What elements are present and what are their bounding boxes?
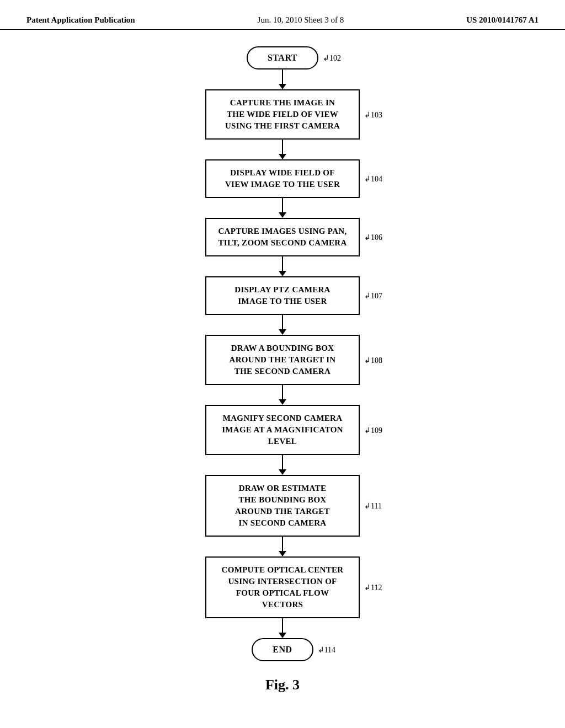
ref-111: ↲111 xyxy=(364,501,382,511)
ref-112: ↲112 xyxy=(364,583,382,592)
rect-112: COMPUTE OPTICAL CENTERUSING INTERSECTION… xyxy=(205,556,360,618)
flowchart: START ↲102 CAPTURE THE IMAGE INTHE WIDE … xyxy=(205,46,360,661)
node-111: DRAW OR ESTIMATETHE BOUNDING BOXAROUND T… xyxy=(205,475,360,537)
arrow-line-4 xyxy=(282,256,283,271)
arrow-3 xyxy=(279,198,286,218)
rect-108-text: DRAW A BOUNDING BOXAROUND THE TARGET INT… xyxy=(230,344,336,376)
arrow-8 xyxy=(279,537,286,556)
arrow-line-1 xyxy=(282,69,283,84)
ref-109: ↲109 xyxy=(364,425,382,435)
ref-106: ↲106 xyxy=(364,233,382,242)
arrow-1 xyxy=(279,69,286,89)
arrow-head-3 xyxy=(279,212,286,218)
arrow-4 xyxy=(279,256,286,276)
main-content: START ↲102 CAPTURE THE IMAGE INTHE WIDE … xyxy=(0,30,565,693)
node-104: DISPLAY WIDE FIELD OFVIEW IMAGE TO THE U… xyxy=(205,159,360,198)
header-date-sheet: Jun. 10, 2010 Sheet 3 of 8 xyxy=(258,15,344,25)
rect-104: DISPLAY WIDE FIELD OFVIEW IMAGE TO THE U… xyxy=(205,159,360,198)
rect-109-text: MAGNIFY SECOND CAMERAIMAGE AT A MAGNIFIC… xyxy=(222,414,343,446)
arrow-5 xyxy=(279,315,286,335)
rect-106-text: CAPTURE IMAGES USING PAN,TILT, ZOOM SECO… xyxy=(218,227,347,247)
arrow-line-5 xyxy=(282,315,283,329)
arrow-line-8 xyxy=(282,537,283,551)
rect-103: CAPTURE THE IMAGE INTHE WIDE FIELD OF VI… xyxy=(205,89,360,140)
arrow-head-8 xyxy=(279,551,286,556)
end-ref: ↲114 xyxy=(318,645,335,655)
arrow-2 xyxy=(279,140,286,159)
arrow-line-3 xyxy=(282,198,283,212)
page-header: Patent Application Publication Jun. 10, … xyxy=(0,0,565,30)
arrow-6 xyxy=(279,385,286,405)
arrow-head-1 xyxy=(279,84,286,89)
arrow-head-4 xyxy=(279,271,286,276)
ref-104: ↲104 xyxy=(364,174,382,184)
node-108: DRAW A BOUNDING BOXAROUND THE TARGET INT… xyxy=(205,335,360,385)
rect-112-text: COMPUTE OPTICAL CENTERUSING INTERSECTION… xyxy=(222,565,344,609)
rect-111-text: DRAW OR ESTIMATETHE BOUNDING BOXAROUND T… xyxy=(235,484,330,527)
header-patent-number: US 2010/0141767 A1 xyxy=(466,15,539,25)
node-106: CAPTURE IMAGES USING PAN,TILT, ZOOM SECO… xyxy=(205,218,360,256)
ref-108: ↲108 xyxy=(364,355,382,365)
node-109: MAGNIFY SECOND CAMERAIMAGE AT A MAGNIFIC… xyxy=(205,405,360,455)
ref-103: ↲103 xyxy=(364,110,382,119)
node-107: DISPLAY PTZ CAMERAIMAGE TO THE USER ↲107 xyxy=(205,276,360,315)
rect-107-text: DISPLAY PTZ CAMERAIMAGE TO THE USER xyxy=(234,285,330,306)
node-start: START ↲102 xyxy=(247,46,318,69)
rect-108: DRAW A BOUNDING BOXAROUND THE TARGET INT… xyxy=(205,335,360,385)
arrow-9 xyxy=(279,618,286,638)
rect-109: MAGNIFY SECOND CAMERAIMAGE AT A MAGNIFIC… xyxy=(205,405,360,455)
node-end: END ↲114 xyxy=(252,638,313,661)
fig-caption: Fig. 3 xyxy=(265,677,300,693)
arrow-7 xyxy=(279,455,286,475)
header-publication: Patent Application Publication xyxy=(26,15,135,25)
rect-103-text: CAPTURE THE IMAGE INTHE WIDE FIELD OF VI… xyxy=(225,98,340,130)
end-label: END xyxy=(273,645,292,654)
rect-106: CAPTURE IMAGES USING PAN,TILT, ZOOM SECO… xyxy=(205,218,360,256)
start-ref: ↲102 xyxy=(323,53,341,63)
end-oval: END xyxy=(252,638,313,661)
node-103: CAPTURE THE IMAGE INTHE WIDE FIELD OF VI… xyxy=(205,89,360,140)
arrow-head-6 xyxy=(279,399,286,405)
arrow-line-2 xyxy=(282,140,283,154)
arrow-head-5 xyxy=(279,329,286,335)
node-112: COMPUTE OPTICAL CENTERUSING INTERSECTION… xyxy=(205,556,360,618)
rect-104-text: DISPLAY WIDE FIELD OFVIEW IMAGE TO THE U… xyxy=(225,168,340,189)
arrow-head-7 xyxy=(279,469,286,475)
rect-107: DISPLAY PTZ CAMERAIMAGE TO THE USER xyxy=(205,276,360,315)
arrow-line-6 xyxy=(282,385,283,399)
arrow-line-7 xyxy=(282,455,283,469)
rect-111: DRAW OR ESTIMATETHE BOUNDING BOXAROUND T… xyxy=(205,475,360,537)
arrow-line-9 xyxy=(282,618,283,633)
start-label: START xyxy=(268,53,297,62)
arrow-head-9 xyxy=(279,633,286,638)
start-oval: START xyxy=(247,46,318,69)
arrow-head-2 xyxy=(279,154,286,159)
ref-107: ↲107 xyxy=(364,291,382,301)
